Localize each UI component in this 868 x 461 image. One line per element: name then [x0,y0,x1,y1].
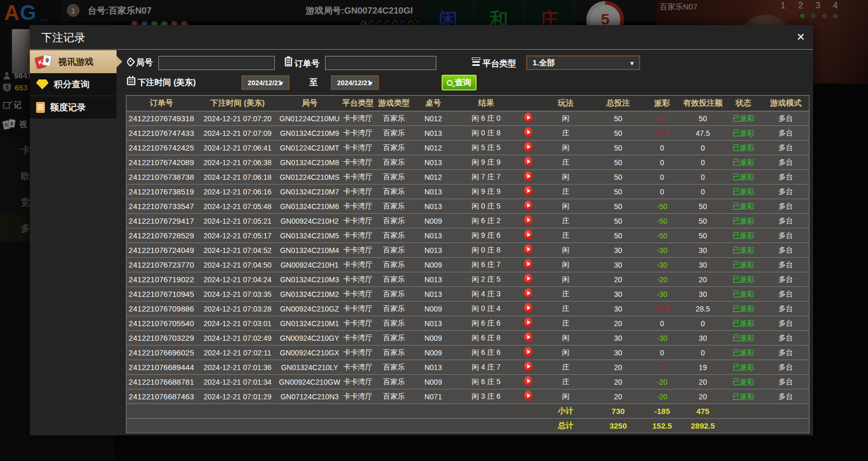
table-row: 2412210767240492024-12-21 07:04:52GN0132… [126,243,809,258]
cell-valid: 28.5 [681,302,724,316]
close-icon[interactable]: × [797,29,805,44]
cell-play: 庄 [538,126,593,141]
cell-result: 闲 6 庄 0 [454,111,518,126]
order-input[interactable] [325,56,436,70]
cell-time: 2024-12-21 07:02:49 [196,331,279,345]
cell-status: 已派彩 [724,126,763,141]
cell-play_btn [518,302,538,316]
cell-time: 2024-12-21 07:03:01 [196,316,279,331]
table-row: 2412210767424252024-12-21 07:06:41GN0122… [126,141,809,155]
cell-payout: -20 [643,375,681,389]
cell-round: GN07124C210N3 [279,389,341,404]
screen: A G ASIA GAMING 1 台号:百家乐N07 游戏局号:GN00724… [0,0,868,461]
cell-game: 百家乐 [375,360,412,375]
cell-play_btn [518,316,538,331]
cell-bet: 30 [594,331,643,345]
play-video-icon[interactable] [524,259,533,269]
cell-round: GN01324C210M5 [279,228,341,243]
play-video-icon[interactable] [524,171,533,181]
cell-payout: -50 [643,199,681,214]
play-video-icon[interactable] [524,229,533,240]
cell-table: N009 [412,331,454,345]
tab-credit-records[interactable]: 额度记录 [30,96,117,119]
cell-bet: 20 [594,375,643,389]
platform-select[interactable]: 1.全部 ▼ [526,55,640,70]
play-video-icon[interactable] [524,376,533,386]
cell-time: 2024-12-21 07:06:16 [196,185,279,199]
subtotal-valid: 475 [681,404,724,419]
round-input[interactable] [158,56,275,70]
tab-points-query[interactable]: 积分查询 [30,73,117,96]
table-row: 2412210767420892024-12-21 07:06:38GN0132… [126,155,809,170]
cell-order: 241221076696025 [126,345,196,360]
cell-game: 百家乐 [375,170,412,185]
cell-mode: 多台 [763,287,809,302]
cell-time: 2024-12-21 07:05:21 [196,214,279,228]
cell-order: 241221076724049 [126,243,196,258]
cell-platform: 卡卡湾厅 [340,243,375,258]
play-video-icon[interactable] [524,361,533,372]
play-video-icon[interactable] [524,215,533,225]
play-video-icon[interactable] [524,390,533,401]
cell-play: 庄 [538,155,593,170]
play-video-icon[interactable] [524,347,533,357]
cell-status: 已派彩 [724,258,763,272]
play-video-icon[interactable] [524,112,533,123]
play-video-icon[interactable] [524,127,533,137]
cell-play: 庄 [538,287,593,302]
query-button[interactable]: 查询 [442,75,477,90]
cell-game: 百家乐 [375,185,412,199]
cell-platform: 卡卡湾厅 [340,228,375,243]
cell-play: 闲 [538,199,593,214]
cell-time: 2024-12-21 07:01:34 [196,375,279,389]
cell-platform: 卡卡湾厅 [340,331,375,345]
cell-payout: 0 [643,345,681,360]
cell-bet: 50 [594,214,643,228]
cell-table: N013 [412,185,454,199]
cell-payout: -50 [643,228,681,243]
subtotal-payout: -185 [643,404,681,419]
bet-time-filter-label: 下注时间 (美东) [127,77,196,88]
play-video-icon[interactable] [524,142,533,152]
cell-payout: 0 [643,170,681,185]
play-video-icon[interactable] [524,317,533,328]
cell-status: 已派彩 [724,185,763,199]
cell-result: 闲 6 庄 2 [454,214,518,228]
cell-round: GN01324C210LY [279,360,341,375]
cell-mode: 多台 [763,155,809,170]
play-video-icon[interactable] [524,303,533,313]
table-row: 2412210767190222024-12-21 07:04:24GN0132… [126,272,809,287]
table-row: 2412210766960252024-12-21 07:02:11GN0092… [126,345,809,360]
dialog-tab-list: K 9 视讯游戏 积分查询 额度记录 [30,50,117,119]
cell-result: 闲 7 庄 7 [454,170,518,185]
table-row: 2412210766894442024-12-21 07:01:36GN0132… [126,360,809,375]
play-video-icon[interactable] [524,200,533,211]
cell-valid: 20 [681,375,724,389]
tab-video-games[interactable]: K 9 视讯游戏 [30,50,117,73]
dialog-title: 下注记录 [41,30,85,45]
play-video-icon[interactable] [524,288,533,298]
play-video-icon[interactable] [524,186,533,196]
cell-platform: 卡卡湾厅 [340,155,375,170]
cell-mode: 多台 [763,316,809,331]
cell-status: 已派彩 [724,155,763,170]
cell-platform: 卡卡湾厅 [340,126,375,141]
cell-platform: 卡卡湾厅 [340,199,375,214]
column-header-mode: 游戏模式 [763,96,809,111]
play-video-icon[interactable] [524,244,533,255]
cell-game: 百家乐 [375,228,412,243]
cell-play: 庄 [538,316,593,331]
cell-status: 已派彩 [724,170,763,185]
play-video-icon[interactable] [524,156,533,167]
cell-play: 闲 [538,258,593,272]
date-from-picker[interactable]: 2024/12/21 ▼ [241,75,290,90]
cell-payout: -30 [643,331,681,345]
date-to-picker[interactable]: 2024/12/21 ▼ [331,75,379,90]
cell-bet: 30 [594,243,643,258]
play-video-icon[interactable] [524,273,533,284]
cell-time: 2024-12-21 07:02:11 [196,345,279,360]
cell-result: 闲 6 庄 7 [454,258,518,272]
cell-mode: 多台 [763,345,809,360]
cell-bet: 50 [594,126,643,141]
play-video-icon[interactable] [524,332,533,342]
